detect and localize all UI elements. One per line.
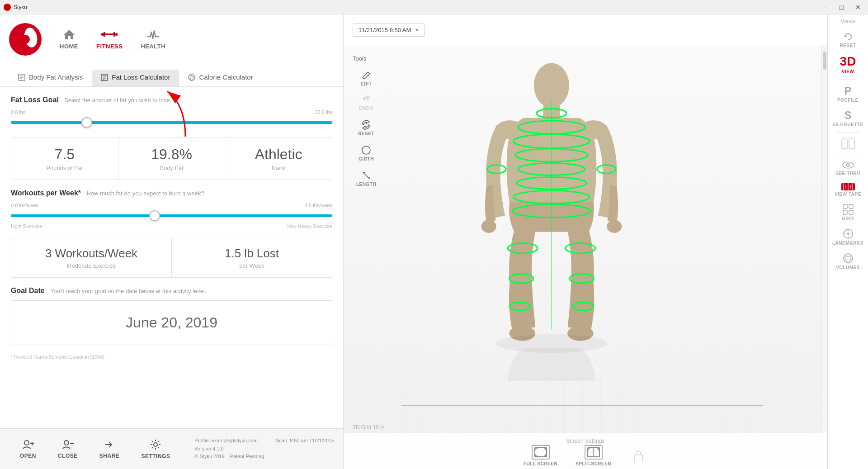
svg-point-20: [24, 441, 29, 445]
svg-point-2: [21, 35, 30, 44]
tab-fat-loss[interactable]: Fat Loss Calculator: [92, 70, 179, 86]
action-open[interactable]: OPEN: [9, 439, 47, 459]
screen-settings: Screen Settings FULL SCREEN: [344, 433, 827, 469]
workouts-title: Workouts per Week: [11, 189, 78, 197]
btn-full-screen[interactable]: FULL SCREEN: [524, 445, 557, 466]
bottom-info-row: Profile: example@styku.com Scan: 8:50 am…: [194, 437, 334, 445]
sidebar-item-see-thru[interactable]: SEE-THRU: [828, 157, 868, 180]
profile-info: Profile: example@styku.com: [194, 437, 258, 445]
tool-girth[interactable]: GIRTH: [353, 142, 380, 165]
svg-point-80: [847, 233, 849, 235]
goal-date-box: June 20, 2019: [11, 300, 332, 345]
titlebar: Styku – ◻ ✕: [0, 0, 868, 14]
tab-body-fat[interactable]: Body Fat Analysis: [9, 70, 92, 86]
sidebar-item-silhouette[interactable]: S SILHOUETTE: [828, 106, 868, 131]
workouts-slider-max: 3.5 lbs/week: [305, 203, 332, 208]
sidebar-item-profile-label: PROFILE: [837, 98, 859, 103]
tool-edit[interactable]: EDIT: [353, 67, 380, 90]
nav-item-health[interactable]: HEALTH: [141, 28, 165, 50]
svg-rect-74: [849, 204, 853, 208]
version: Version 4.1.0: [194, 446, 223, 451]
sidebar-item-front-back[interactable]: [828, 135, 868, 153]
tool-reset[interactable]: RESET: [353, 116, 380, 140]
sidebar-item-see-thru-label: SEE-THRU: [835, 171, 860, 176]
3d-viewport: Tools EDIT UNDO: [344, 46, 827, 469]
tab-body-fat-label: Body Fat Analysis: [29, 73, 83, 81]
nav-home-label: HOME: [60, 43, 78, 50]
fat-loss-slider-container: 0.0 lbs 33.6 lbs: [11, 109, 332, 128]
date-dropdown[interactable]: 11/21/2015 8:50 AM ▼: [353, 24, 425, 37]
tab-calorie[interactable]: Calorie Calculator: [179, 70, 262, 86]
action-settings-label: SETTINGS: [141, 453, 170, 460]
sidebar-item-reset[interactable]: RESET: [828, 28, 868, 52]
goal-date-section: Goal Date You'll reach your goal on the …: [11, 287, 332, 345]
tool-undo: UNDO: [353, 92, 380, 114]
goal-date-subtitle: You'll reach your goal on the date below…: [50, 288, 206, 294]
workout-stats-row: 3 Workouts/Week Moderate Exercise 1.5 lb…: [11, 238, 332, 278]
full-screen-icon: [532, 445, 550, 460]
fat-loss-slider[interactable]: [11, 117, 332, 128]
svg-point-82: [844, 256, 853, 260]
fat-loss-goal-title: Fat Loss Goal: [11, 96, 59, 104]
action-open-label: OPEN: [20, 453, 36, 459]
sidebar-item-reset-label: RESET: [840, 43, 856, 48]
workout-stat-workouts-value: 3 Workouts/Week: [20, 246, 162, 261]
grid-label: 3D Grid 10 in: [353, 424, 385, 431]
sidebar-item-view-tape[interactable]: VIEW TAPE: [828, 180, 868, 200]
workouts-slider[interactable]: [11, 210, 332, 222]
profile-label: Profile:: [194, 438, 210, 443]
nav-item-fitness[interactable]: FITNESS: [96, 28, 123, 50]
footnote: * Revised Harris-Benedict Equation (1984…: [11, 354, 332, 360]
workout-stat-lb-lost: 1.5 lb Lost per Week: [172, 238, 332, 277]
svg-point-83: [846, 254, 850, 263]
copyright-info: © Styku 2019 – Patent Pending: [194, 453, 334, 461]
svg-point-23: [64, 441, 69, 445]
scan-value: 8:50 am 11/21/2015: [290, 438, 334, 443]
workouts-asterisk: *: [78, 189, 81, 197]
restore-button[interactable]: ◻: [835, 3, 848, 12]
tools-panel: Tools EDIT UNDO: [353, 55, 380, 190]
close-button[interactable]: ✕: [852, 3, 864, 12]
center-panel: 11/21/2015 8:50 AM ▼ Tools EDIT: [344, 14, 827, 469]
navbar: HOME FITNESS HEALTH: [0, 14, 343, 64]
lock-icon: [629, 449, 647, 463]
sidebar-item-grid[interactable]: GRID: [828, 200, 868, 225]
sidebar-item-volumes-label: VOLUMES: [836, 265, 860, 270]
goal-date-header: Goal Date You'll reach your goal on the …: [11, 287, 332, 295]
workouts-slider-container: 0.0 lbs/week 3.5 lbs/week Light Exercise…: [11, 203, 332, 229]
workouts-slider-thumb[interactable]: [149, 210, 160, 221]
sidebar-item-3d-sublabel: VIEW: [842, 69, 854, 74]
bottom-bar: OPEN CLOSE SHARE: [0, 428, 343, 469]
action-settings[interactable]: SETTINGS: [130, 439, 181, 460]
stat-pounds-fat-value: 7.5: [20, 146, 109, 163]
action-close[interactable]: CLOSE: [47, 439, 89, 459]
scroll-indicator[interactable]: [821, 46, 827, 433]
tool-edit-label: EDIT: [361, 81, 372, 86]
svg-rect-58: [535, 448, 547, 457]
svg-rect-4: [104, 32, 105, 37]
svg-point-30: [534, 63, 569, 108]
svg-rect-76: [849, 210, 853, 214]
svg-rect-62: [842, 139, 847, 149]
workout-stat-workouts: 3 Workouts/Week Moderate Exercise: [11, 238, 172, 277]
nav-item-home[interactable]: HOME: [60, 28, 78, 50]
sidebar-item-volumes[interactable]: VOLUMES: [828, 249, 868, 274]
workouts-section: Workouts per Week* How much fat do you e…: [11, 189, 332, 278]
sidebar-views-label: Views: [841, 18, 855, 24]
sidebar-divider-1: [836, 80, 860, 80]
fat-loss-slider-thumb[interactable]: [81, 117, 92, 128]
sidebar-item-landmarks[interactable]: LANDMARKS: [828, 225, 868, 249]
btn-split-screen[interactable]: SPLIT-SCREEN: [576, 445, 611, 466]
scan-info: Scan: 8:50 am 11/21/2015: [276, 437, 334, 445]
svg-line-27: [363, 172, 369, 179]
sidebar-item-profile[interactable]: P PROFILE: [828, 82, 868, 106]
workouts-subtitle: How much fat do you expect to burn a wee…: [86, 190, 204, 197]
body-3d-figure: [434, 55, 669, 381]
split-screen-label: SPLIT-SCREEN: [576, 461, 611, 466]
action-close-label: CLOSE: [58, 453, 78, 459]
tool-length-label: LENGTH: [356, 182, 376, 187]
action-share[interactable]: SHARE: [89, 439, 131, 459]
tool-length[interactable]: LENGTH: [353, 167, 380, 190]
minimize-button[interactable]: –: [819, 3, 832, 12]
sidebar-item-3d-view[interactable]: 3D VIEW: [828, 52, 868, 78]
